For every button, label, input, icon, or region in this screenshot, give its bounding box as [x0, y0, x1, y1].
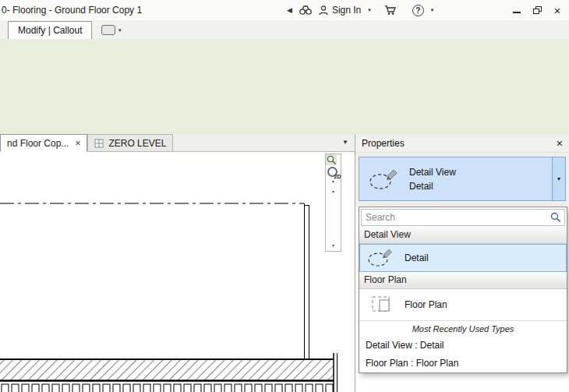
window-controls: × — [507, 0, 567, 20]
view-tab-ground-floor-label: nd Floor Cop... — [7, 138, 69, 149]
dropdown-item-detail[interactable]: Detail — [359, 244, 567, 272]
ribbon-state-button[interactable]: ▾ — [101, 25, 122, 35]
detail-view-icon — [359, 165, 409, 193]
close-button[interactable]: × — [547, 2, 567, 19]
plan-view-icon — [94, 139, 104, 148]
type-name-label: Detail — [409, 181, 456, 192]
window-title: 0- Flooring - Ground Floor Copy 1 — [0, 5, 142, 16]
search-input[interactable] — [361, 209, 565, 226]
tab-list-icon[interactable]: ▼ — [342, 139, 348, 146]
minimize-icon — [513, 12, 521, 13]
type-selector[interactable]: Detail View Detail ▾ — [359, 157, 566, 201]
tab-modify-callout[interactable]: Modify | Callout — [8, 21, 92, 39]
floor-plan-type-icon — [362, 293, 400, 316]
mru-header: Most Recently Used Types — [359, 320, 567, 337]
ribbon-tab-bar: Modify | Callout ▾ — [0, 20, 569, 39]
search-row — [359, 207, 567, 227]
view-tab-bar: nd Floor Cop... × ZERO LEVEL ▼ — [0, 134, 355, 152]
type-selector-dropdown: Detail View Detail Floor Plan — [359, 207, 567, 373]
sign-in-label: Sign In — [332, 5, 361, 16]
tab-modify-callout-label: Modify | Callout — [18, 25, 82, 36]
zoom-dropdown-icon[interactable]: ▾ — [332, 189, 334, 195]
minimize-button[interactable] — [507, 2, 527, 19]
properties-title: Properties — [362, 138, 405, 149]
restore-icon — [533, 6, 542, 14]
help-icon[interactable]: ? — [412, 5, 424, 16]
ribbon-state-dropdown-icon: ▾ — [118, 27, 122, 34]
ribbon-panel-area — [0, 39, 569, 135]
type-family-label: Detail View — [409, 167, 456, 178]
type-selector-dropdown-icon[interactable]: ▾ — [552, 157, 565, 200]
drawing-region: nd Floor Cop... × ZERO LEVEL ▼ — [0, 134, 355, 392]
wheel-2d-label: 2D — [334, 174, 341, 179]
group-header-floor-plan: Floor Plan — [359, 272, 567, 289]
detail-type-icon — [362, 246, 400, 270]
binoculars-search-icon[interactable] — [299, 5, 312, 15]
close-view-icon[interactable]: × — [75, 139, 80, 147]
callout-panel-icon — [101, 25, 115, 35]
type-selector-text: Detail View Detail — [409, 167, 456, 192]
floor-plan-drawing — [0, 152, 355, 392]
title-bar-tools: ◀ Sign In ▾ — [287, 0, 433, 20]
view-tab-ground-floor[interactable]: nd Floor Cop... × — [0, 134, 87, 152]
wheel-dropdown-icon[interactable]: ▾ — [332, 179, 334, 185]
help-dropdown-icon[interactable]: ▾ — [431, 7, 434, 13]
back-arrow-icon[interactable]: ◀ — [287, 6, 292, 14]
dropdown-item-floor-plan-label: Floor Plan — [405, 299, 447, 310]
user-icon — [319, 5, 328, 16]
view-tab-zero-level-label: ZERO LEVEL — [108, 138, 166, 149]
drawing-area[interactable]: × 2D ▾ ▾ ▾ — [0, 152, 355, 392]
navbar-more-icon[interactable]: ▾ — [332, 243, 334, 249]
navigation-bar: × 2D ▾ ▾ ▾ — [325, 154, 341, 252]
mru-item-detail[interactable]: Detail View : Detail — [359, 337, 567, 355]
group-header-detail-view: Detail View — [359, 227, 567, 244]
steering-wheel-icon[interactable]: 2D — [327, 165, 340, 178]
restore-button[interactable] — [527, 2, 547, 19]
mru-item-floor-plan[interactable]: Floor Plan : Floor Plan — [359, 355, 567, 373]
dropdown-item-detail-label: Detail — [405, 253, 429, 263]
sign-in-button[interactable]: Sign In — [319, 5, 361, 16]
title-bar: 0- Flooring - Ground Floor Copy 1 ◀ — [0, 0, 569, 20]
dropdown-item-floor-plan[interactable]: Floor Plan — [359, 289, 567, 320]
properties-header: Properties × — [355, 134, 569, 153]
properties-palette: Properties × Detail View Detail ▾ — [355, 134, 569, 392]
sign-in-dropdown-icon[interactable]: ▾ — [368, 7, 371, 13]
search-icon — [550, 212, 561, 223]
view-tab-zero-level[interactable]: ZERO LEVEL — [87, 134, 173, 151]
properties-close-icon[interactable]: × — [557, 138, 563, 149]
type-selector-zone: Detail View Detail ▾ — [355, 153, 569, 206]
cart-icon[interactable] — [384, 5, 396, 16]
revit-window: 0- Flooring - Ground Floor Copy 1 ◀ — [0, 0, 569, 392]
